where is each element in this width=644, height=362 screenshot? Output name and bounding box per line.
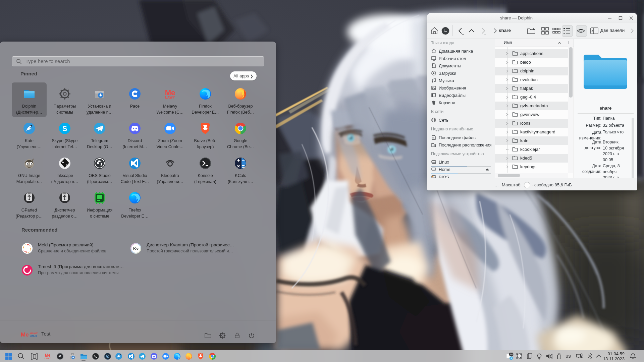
- svg-text:Me: Me: [45, 353, 51, 358]
- svg-text:LAWY: LAWY: [165, 96, 175, 99]
- svg-text:>: >: [444, 28, 445, 32]
- svg-text:14: 14: [510, 353, 513, 356]
- svg-text:LINUX: LINUX: [30, 335, 37, 337]
- svg-text:S: S: [62, 124, 67, 133]
- svg-text:Me: Me: [21, 331, 29, 338]
- svg-text:MELAWY: MELAWY: [30, 332, 38, 334]
- svg-text:Kv: Kv: [133, 246, 139, 251]
- svg-text:LAWY: LAWY: [45, 357, 51, 360]
